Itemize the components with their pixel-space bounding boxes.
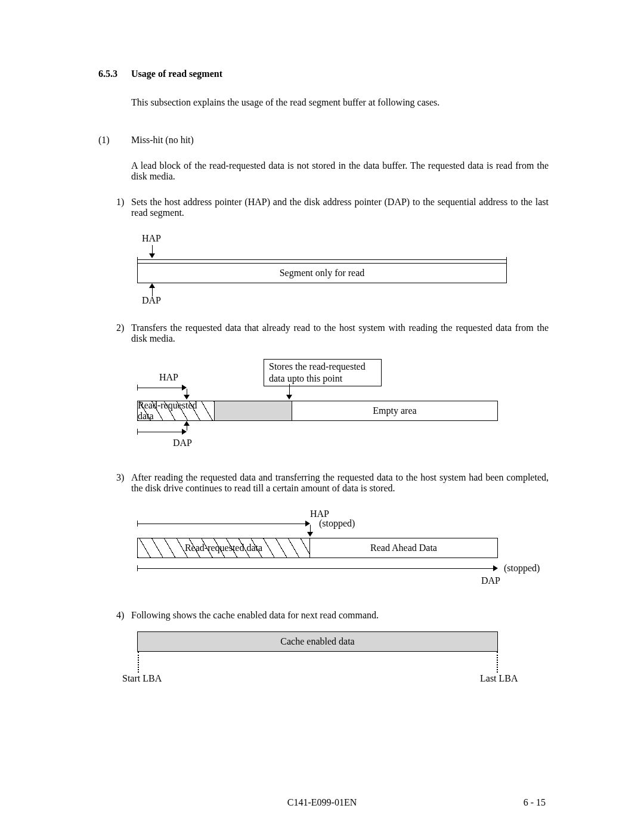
d4-cache-label: Cache enabled data	[280, 636, 354, 647]
diagram-4: Cache enabled data Start LBA Last LBA	[125, 631, 549, 691]
d2-note-box: Stores the read-requested data upto this…	[264, 359, 382, 386]
step-1-number: 1)	[116, 197, 131, 218]
step-2: 2) Transfers the requested data that alr…	[116, 323, 549, 344]
step-3-number: 3)	[116, 472, 131, 494]
diagram-1-hap-label: HAP	[142, 233, 161, 244]
step-4-text: Following shows the cache enabled data f…	[131, 610, 549, 621]
d4-cache-box: Cache enabled data	[137, 631, 498, 652]
step-4-number: 4)	[116, 610, 131, 621]
item-1-desc: A lead block of the read-requested data …	[131, 160, 549, 182]
step-1-text: Sets the host address pointer (HAP) and …	[131, 197, 549, 218]
d3-hap-stopped: (stopped)	[319, 518, 355, 529]
d3-seg2-label: Read Ahead Data	[370, 543, 437, 553]
d2-seg-empty: Empty area	[292, 401, 498, 421]
d4-last-dotted-icon	[497, 652, 498, 673]
d2-note-text: Stores the read-requested data upto this…	[269, 361, 366, 383]
d3-seg-read-requested: Read-requested data	[137, 538, 310, 558]
footer-docid: C141-E099-01EN	[287, 797, 357, 808]
item-1: (1) Miss-hit (no hit)	[98, 135, 549, 145]
d4-start-lba: Start LBA	[122, 673, 162, 684]
item-1-number: (1)	[98, 135, 131, 145]
d2-seg-read-requested: Read-requested data	[137, 401, 215, 421]
d2-seg-stored	[215, 401, 292, 421]
step-3: 3) After reading the requested data and …	[116, 472, 549, 494]
step-2-text: Transfers the requested data that alread…	[131, 323, 549, 344]
d4-start-dotted-icon	[138, 652, 139, 673]
d3-dap-label: DAP	[481, 575, 500, 586]
step-2-number: 2)	[116, 323, 131, 344]
lead-paragraph: This subsection explains the usage of th…	[131, 97, 549, 108]
diagram-1-dap-label: DAP	[142, 295, 161, 306]
footer-pageno: 6 - 15	[524, 797, 546, 808]
section-title: Usage of read segment	[131, 69, 222, 79]
d1-segment-label: Segment only for read	[280, 268, 365, 278]
d4-last-lba: Last LBA	[480, 673, 518, 684]
section-heading: 6.5.3 Usage of read segment	[98, 69, 549, 79]
d3-seg-read-ahead: Read Ahead Data	[310, 538, 498, 558]
d1-upper-line	[137, 259, 507, 260]
diagram-3: HAP (stopped) Read-requested data Read A…	[125, 509, 549, 592]
step-4: 4) Following shows the cache enabled dat…	[116, 610, 549, 621]
d2-hap-label: HAP	[159, 372, 178, 383]
d2-dap-label: DAP	[173, 438, 192, 448]
step-3-text: After reading the requested data and tra…	[131, 472, 549, 494]
step-1: 1) Sets the host address pointer (HAP) a…	[116, 197, 549, 218]
item-1-title: Miss-hit (no hit)	[131, 135, 549, 145]
d3-dap-stopped: (stopped)	[504, 563, 540, 574]
diagram-2: HAP Stores the read-requested data upto …	[125, 359, 549, 454]
d2-seg1-label: Read-requested data	[138, 400, 214, 422]
diagram-1: HAP Segment only for read DAP	[125, 233, 549, 305]
d2-seg3-label: Empty area	[373, 405, 416, 416]
d1-segment-box: Segment only for read	[137, 263, 507, 283]
section-number: 6.5.3	[98, 69, 131, 79]
d3-seg1-label: Read-requested data	[185, 543, 262, 553]
